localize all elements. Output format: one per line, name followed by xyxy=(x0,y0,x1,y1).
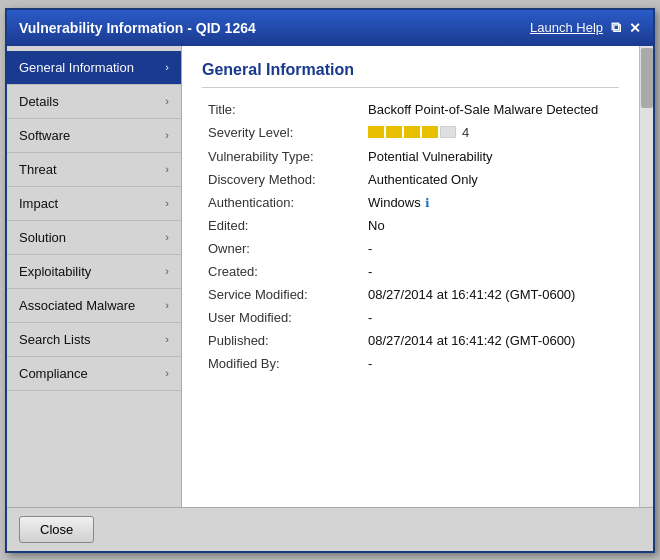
sidebar-item-solution[interactable]: Solution› xyxy=(7,221,181,255)
scroll-thumb[interactable] xyxy=(641,48,653,108)
info-row: Owner:- xyxy=(202,237,619,260)
sidebar-item-label: Details xyxy=(19,94,59,109)
field-value: - xyxy=(362,352,619,375)
modal-title: Vulnerability Information - QID 1264 xyxy=(19,20,256,36)
chevron-right-icon: › xyxy=(165,333,169,345)
sidebar-item-compliance[interactable]: Compliance› xyxy=(7,357,181,391)
field-value: Potential Vulnerability xyxy=(362,145,619,168)
sidebar-item-label: Threat xyxy=(19,162,57,177)
info-row: Published:08/27/2014 at 16:41:42 (GMT-06… xyxy=(202,329,619,352)
chevron-right-icon: › xyxy=(165,95,169,107)
main-content: General Information Title:Backoff Point-… xyxy=(182,46,639,507)
info-row: Discovery Method:Authenticated Only xyxy=(202,168,619,191)
sidebar-item-label: Compliance xyxy=(19,366,88,381)
field-value: - xyxy=(362,306,619,329)
sidebar-item-label: Impact xyxy=(19,196,58,211)
chevron-right-icon: › xyxy=(165,231,169,243)
sidebar-item-threat[interactable]: Threat› xyxy=(7,153,181,187)
field-label: Modified By: xyxy=(202,352,362,375)
field-value: Authenticated Only xyxy=(362,168,619,191)
close-header-button[interactable]: ✕ xyxy=(629,20,641,36)
sidebar: General Information›Details›Software›Thr… xyxy=(7,46,182,507)
vulnerability-modal: Vulnerability Information - QID 1264 Lau… xyxy=(5,8,655,553)
field-value: - xyxy=(362,260,619,283)
severity-bar-filled xyxy=(386,126,402,138)
windows-text: Windows xyxy=(368,195,421,210)
header-actions: Launch Help ⧉ ✕ xyxy=(530,19,641,36)
sidebar-item-label: Software xyxy=(19,128,70,143)
modal-body: General Information›Details›Software›Thr… xyxy=(7,46,653,507)
info-row: User Modified:- xyxy=(202,306,619,329)
sidebar-item-label: Search Lists xyxy=(19,332,91,347)
chevron-right-icon: › xyxy=(165,197,169,209)
sidebar-item-search-lists[interactable]: Search Lists› xyxy=(7,323,181,357)
info-row: Service Modified:08/27/2014 at 16:41:42 … xyxy=(202,283,619,306)
sidebar-item-label: Exploitability xyxy=(19,264,91,279)
field-value: 08/27/2014 at 16:41:42 (GMT-0600) xyxy=(362,283,619,306)
field-value: Backoff Point-of-Sale Malware Detected xyxy=(362,98,619,121)
severity-number: 4 xyxy=(462,125,469,140)
field-label: Vulnerability Type: xyxy=(202,145,362,168)
field-label: Authentication: xyxy=(202,191,362,214)
section-title: General Information xyxy=(202,61,619,88)
sidebar-item-software[interactable]: Software› xyxy=(7,119,181,153)
field-value: 08/27/2014 at 16:41:42 (GMT-0600) xyxy=(362,329,619,352)
info-row: Modified By:- xyxy=(202,352,619,375)
info-table: Title:Backoff Point-of-Sale Malware Dete… xyxy=(202,98,619,376)
field-value: Windowsℹ xyxy=(362,191,619,214)
sidebar-item-label: Associated Malware xyxy=(19,298,135,313)
chevron-right-icon: › xyxy=(165,265,169,277)
field-value: 4 xyxy=(362,121,619,146)
sidebar-item-details[interactable]: Details› xyxy=(7,85,181,119)
severity-bar-filled xyxy=(422,126,438,138)
chevron-right-icon: › xyxy=(165,367,169,379)
field-label: Owner: xyxy=(202,237,362,260)
expand-button[interactable]: ⧉ xyxy=(611,19,621,36)
sidebar-item-label: General Information xyxy=(19,60,134,75)
field-value: No xyxy=(362,214,619,237)
modal-header: Vulnerability Information - QID 1264 Lau… xyxy=(7,10,653,46)
info-row: Vulnerability Type:Potential Vulnerabili… xyxy=(202,145,619,168)
severity-bar-empty xyxy=(440,126,456,138)
info-row: Title:Backoff Point-of-Sale Malware Dete… xyxy=(202,98,619,121)
info-row: Severity Level:4 xyxy=(202,121,619,146)
sidebar-item-associated-malware[interactable]: Associated Malware› xyxy=(7,289,181,323)
close-button[interactable]: Close xyxy=(19,516,94,543)
field-label: Severity Level: xyxy=(202,121,362,146)
chevron-right-icon: › xyxy=(165,61,169,73)
field-label: Title: xyxy=(202,98,362,121)
scrollbar[interactable] xyxy=(639,46,653,507)
sidebar-item-impact[interactable]: Impact› xyxy=(7,187,181,221)
info-row: Authentication:Windowsℹ xyxy=(202,191,619,214)
field-label: Edited: xyxy=(202,214,362,237)
field-label: User Modified: xyxy=(202,306,362,329)
modal-footer: Close xyxy=(7,507,653,551)
field-label: Service Modified: xyxy=(202,283,362,306)
sidebar-item-label: Solution xyxy=(19,230,66,245)
windows-info-icon[interactable]: ℹ xyxy=(425,196,430,210)
info-row: Edited:No xyxy=(202,214,619,237)
field-label: Discovery Method: xyxy=(202,168,362,191)
severity-bar-filled xyxy=(368,126,384,138)
chevron-right-icon: › xyxy=(165,299,169,311)
sidebar-item-exploitability[interactable]: Exploitability› xyxy=(7,255,181,289)
info-row: Created:- xyxy=(202,260,619,283)
field-value: - xyxy=(362,237,619,260)
severity-bars: 4 xyxy=(368,125,469,140)
field-label: Created: xyxy=(202,260,362,283)
sidebar-item-general-information[interactable]: General Information› xyxy=(7,51,181,85)
severity-bar-filled xyxy=(404,126,420,138)
launch-help-link[interactable]: Launch Help xyxy=(530,20,603,35)
chevron-right-icon: › xyxy=(165,129,169,141)
chevron-right-icon: › xyxy=(165,163,169,175)
field-label: Published: xyxy=(202,329,362,352)
